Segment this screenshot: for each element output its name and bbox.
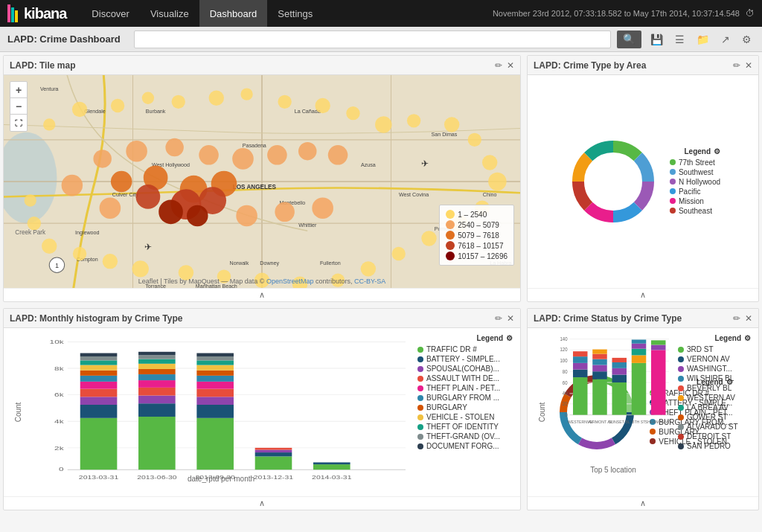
edit-icon-2[interactable]: ✏ bbox=[733, 313, 740, 324]
map-collapse-footer[interactable]: ∧ bbox=[4, 288, 520, 301]
bar-chart-area: Count 140 120 100 80 60 40 20 0 bbox=[531, 331, 673, 493]
nav-discover[interactable]: Discover bbox=[81, 0, 140, 27]
svg-text:20: 20 bbox=[563, 401, 568, 407]
svg-rect-141 bbox=[255, 452, 292, 456]
svg-point-37 bbox=[142, 92, 154, 104]
close-icon[interactable]: ✕ bbox=[745, 60, 752, 71]
svg-text:1: 1 bbox=[55, 262, 59, 269]
svg-point-53 bbox=[392, 247, 406, 260]
crime-type-area-icons[interactable]: ✏ ✕ bbox=[733, 60, 752, 71]
hist-edit-icon[interactable]: ✏ bbox=[495, 313, 502, 324]
svg-rect-137 bbox=[196, 360, 234, 365]
donut-content-1: Legend ⚙ 77th Street Southwest N Hollywo… bbox=[528, 75, 758, 288]
map-zoom-controls: + − ⛶ bbox=[10, 81, 28, 132]
svg-rect-168 bbox=[573, 370, 588, 377]
svg-point-61 bbox=[103, 254, 118, 269]
inter-legend-gear[interactable]: ⚙ bbox=[744, 334, 751, 342]
svg-rect-118 bbox=[138, 417, 176, 469]
kibana-logo: kibana bbox=[7, 4, 66, 22]
svg-text:Azusa: Azusa bbox=[361, 162, 376, 168]
svg-text:✈: ✈ bbox=[144, 242, 152, 252]
svg-rect-120 bbox=[138, 396, 176, 404]
search-input[interactable] bbox=[134, 31, 611, 48]
svg-rect-175 bbox=[592, 359, 607, 365]
map-container[interactable]: LOS ANGELES Culver City West Hollywood I… bbox=[4, 75, 520, 288]
svg-rect-138 bbox=[196, 356, 234, 360]
svg-text:West Covina: West Covina bbox=[399, 192, 429, 198]
fullscreen-button[interactable]: ⛶ bbox=[10, 115, 27, 131]
map-close-icon[interactable]: ✕ bbox=[507, 60, 514, 71]
main-content: LAPD: Tile map ✏ ✕ bbox=[0, 52, 762, 532]
svg-point-49 bbox=[488, 173, 506, 190]
share-icon[interactable]: ↗ bbox=[718, 33, 733, 45]
svg-rect-144 bbox=[313, 464, 350, 469]
svg-rect-173 bbox=[592, 371, 607, 379]
settings-icon[interactable]: ⚙ bbox=[739, 33, 755, 45]
list-icon[interactable]: ☰ bbox=[672, 33, 688, 45]
svg-text:2014-03-31: 2014-03-31 bbox=[312, 474, 351, 480]
inter-legend-title: Legend ⚙ bbox=[678, 334, 751, 342]
legend-range-2: 2540 – 5079 bbox=[458, 221, 499, 229]
nav-dashboard[interactable]: Dashboard bbox=[199, 0, 268, 27]
svg-point-43 bbox=[346, 106, 359, 120]
svg-text:Whittier: Whittier bbox=[298, 222, 317, 228]
search-button[interactable]: 🔍 bbox=[617, 31, 641, 48]
svg-rect-182 bbox=[612, 358, 627, 362]
histogram-footer[interactable]: ∧ bbox=[4, 496, 520, 510]
svg-point-54 bbox=[361, 261, 376, 276]
svg-point-52 bbox=[421, 231, 436, 246]
nav-settings[interactable]: Settings bbox=[267, 0, 323, 27]
histogram-svg: 10k 8k 6k 4k 2k 0 bbox=[36, 339, 406, 471]
svg-rect-180 bbox=[612, 368, 627, 375]
svg-rect-139 bbox=[196, 353, 234, 356]
crime-type-area-footer[interactable]: ∧ bbox=[528, 288, 758, 301]
svg-rect-116 bbox=[80, 356, 118, 360]
svg-point-47 bbox=[468, 133, 481, 147]
svg-point-87 bbox=[187, 205, 208, 227]
svg-text:San Dimas: San Dimas bbox=[432, 132, 458, 138]
svg-text:✈: ✈ bbox=[421, 158, 429, 169]
svg-rect-119 bbox=[138, 403, 176, 417]
svg-rect-121 bbox=[138, 388, 176, 396]
zoom-in-button[interactable]: + bbox=[10, 82, 27, 98]
svg-rect-131 bbox=[196, 397, 234, 405]
histogram-icons[interactable]: ✏ ✕ bbox=[495, 313, 514, 324]
svg-text:2k: 2k bbox=[54, 444, 65, 451]
svg-text:SUNSET BL: SUNSET BL bbox=[609, 420, 630, 424]
nav-visualize[interactable]: Visualize bbox=[140, 0, 199, 27]
svg-point-93 bbox=[585, 153, 641, 210]
histogram-legend: Legend ⚙ TRAFFIC DR # BATTERY - SIMPLE..… bbox=[413, 331, 517, 493]
legend-gear-icon[interactable]: ⚙ bbox=[714, 147, 720, 156]
svg-point-60 bbox=[132, 260, 148, 277]
svg-rect-113 bbox=[80, 371, 118, 376]
svg-rect-108 bbox=[80, 405, 118, 418]
hist-close-icon[interactable]: ✕ bbox=[507, 313, 514, 324]
folder-icon[interactable]: 📁 bbox=[694, 33, 712, 45]
map-panel-icons[interactable]: ✏ ✕ bbox=[495, 60, 514, 71]
svg-rect-126 bbox=[138, 359, 176, 364]
svg-text:Culver City: Culver City bbox=[112, 192, 138, 198]
save-icon[interactable]: 💾 bbox=[647, 33, 666, 45]
svg-rect-178 bbox=[612, 382, 627, 415]
svg-point-74 bbox=[62, 175, 83, 196]
svg-rect-123 bbox=[138, 374, 176, 380]
crime-status-icons[interactable]: ✏ ✕ bbox=[733, 313, 752, 324]
svg-rect-183 bbox=[632, 363, 647, 415]
intersections-body: Count 140 120 100 80 60 40 20 0 bbox=[528, 328, 758, 496]
edit-icon[interactable]: ✏ bbox=[733, 60, 740, 71]
svg-text:Chino: Chino bbox=[483, 192, 497, 198]
hist-legend-gear[interactable]: ⚙ bbox=[506, 334, 513, 342]
svg-text:10k: 10k bbox=[50, 339, 65, 345]
sub-header: LAPD: Crime Dashboard 🔍 💾 ☰ 📁 ↗ ⚙ bbox=[0, 27, 762, 52]
svg-point-69 bbox=[199, 145, 219, 165]
close-icon-2[interactable]: ✕ bbox=[745, 313, 752, 324]
map-panel-header: LAPD: Tile map ✏ ✕ bbox=[4, 56, 520, 75]
svg-rect-130 bbox=[196, 405, 234, 418]
svg-rect-124 bbox=[138, 369, 176, 374]
zoom-out-button[interactable]: − bbox=[10, 98, 27, 115]
crime-status-footer[interactable]: ∧ bbox=[528, 496, 758, 510]
clock-icon[interactable]: ⏱ bbox=[746, 8, 755, 19]
legend-range-3: 5079 – 7618 bbox=[458, 231, 499, 240]
crime-type-area-title: LAPD: Crime Type by Area bbox=[534, 60, 646, 71]
map-edit-icon[interactable]: ✏ bbox=[495, 60, 502, 71]
